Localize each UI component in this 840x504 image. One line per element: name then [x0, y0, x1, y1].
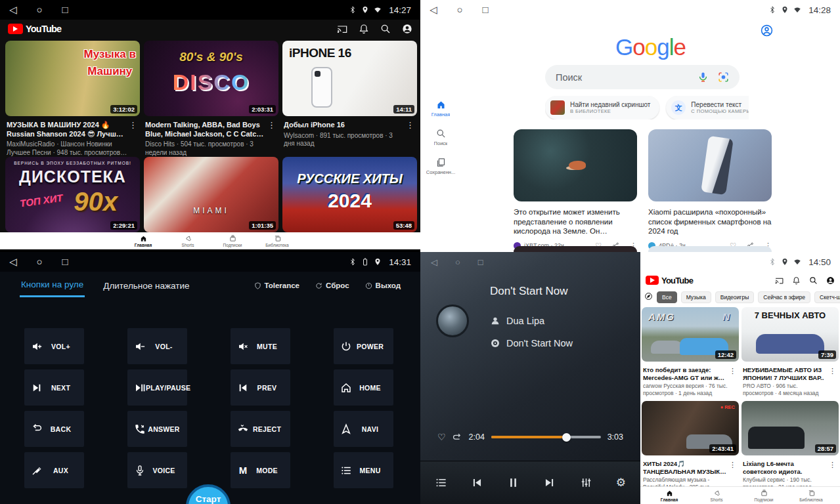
video-card[interactable]: 80's & 90's DISCO 2:03:31 Modern Talking… [144, 41, 278, 157]
search-icon[interactable] [380, 24, 391, 34]
exit-button[interactable]: Выход [365, 282, 401, 289]
android-recents-button[interactable]: □ [478, 257, 483, 267]
rail-search[interactable]: Поиск [420, 129, 461, 146]
button-vol-plus[interactable]: VOL+ [24, 328, 84, 364]
notifications-icon[interactable] [359, 24, 369, 34]
settings-gear-icon[interactable]: ⚙ [616, 476, 626, 490]
cast-icon[interactable] [337, 24, 347, 34]
chip-translate[interactable]: 文 Перевести текстС ПОМОЩЬЮ КАМЕРЫ [666, 96, 749, 119]
explore-icon[interactable] [644, 291, 653, 303]
more-icon[interactable]: ⋮ [828, 366, 837, 396]
nav-home[interactable]: Главная [127, 235, 159, 247]
video-thumbnail[interactable]: 80's & 90's DISCO 2:03:31 [144, 41, 278, 116]
nav-shorts[interactable]: Shorts [172, 235, 204, 247]
nav-subscriptions[interactable]: Подписки [748, 490, 780, 502]
button-navi[interactable]: NAVI [334, 411, 393, 447]
repeat-icon[interactable] [453, 432, 462, 442]
android-back-button[interactable]: ◁ [430, 4, 437, 16]
video-card[interactable]: REC 2:43:41 ХИТЫ 2024🎵 ТАНЦЕВАЛЬНАЯ МУЗЫ… [642, 401, 739, 490]
chip-music[interactable]: Музыка [681, 291, 711, 303]
button-prev[interactable]: PREV [231, 369, 290, 406]
button-mode[interactable]: M MODE [231, 452, 290, 488]
android-recents-button[interactable]: □ [62, 4, 68, 16]
search-icon[interactable] [809, 276, 818, 285]
button-vol-minus[interactable]: VOL- [127, 328, 187, 364]
video-thumbnail[interactable]: 28:57 [741, 401, 839, 455]
button-mute[interactable]: MUTE [231, 328, 290, 364]
next-icon[interactable] [543, 476, 556, 489]
chip-sketch[interactable]: Скетч-шоу [814, 291, 840, 303]
android-home-button[interactable]: ○ [37, 4, 43, 16]
android-back-button[interactable]: ◁ [9, 256, 17, 268]
video-card[interactable]: Музыка вМашину 3:12:02 МУЗЫКА В МАШИНУ 2… [5, 41, 140, 157]
more-icon[interactable]: ⋮ [728, 366, 738, 396]
chip-all[interactable]: Все [657, 291, 677, 303]
reset-button[interactable]: Сброс [315, 282, 349, 289]
account-avatar-icon[interactable] [402, 24, 412, 34]
video-thumbnail[interactable]: ВЕРНИСЬ В ЭПОХУ БЕЗЗАБОТНЫХ РИТМОВ! ДИСК… [5, 157, 140, 232]
seek-bar[interactable] [491, 436, 601, 438]
android-recents-button[interactable]: □ [62, 256, 68, 268]
queue-icon[interactable] [435, 476, 447, 489]
album-art[interactable] [436, 304, 469, 337]
video-card[interactable]: 28:57 Lixiang L6-мечта советского идиота… [741, 401, 839, 490]
button-voice[interactable]: VOICE [127, 452, 187, 488]
notifications-icon[interactable] [792, 276, 801, 285]
chip-live[interactable]: Сейчас в эфире [758, 291, 810, 303]
video-card[interactable]: AMG N 12:42 Кто победит в заезде: Merced… [642, 307, 739, 396]
video-card[interactable]: iPHONE 16 14:11 Добыл iPhone 16 Wylsacom… [282, 41, 417, 157]
news-card[interactable]: Это открытие может изменить представлени… [514, 129, 637, 250]
nav-home[interactable]: Главная [653, 490, 685, 502]
android-home-button[interactable]: ○ [457, 4, 463, 16]
button-power[interactable]: POWER [334, 328, 393, 364]
video-thumbnail[interactable]: 7 ВЕЧНЫХ АВТО 7:39 [741, 307, 839, 362]
more-icon[interactable]: ⋮ [266, 121, 277, 157]
google-lens-icon[interactable] [718, 72, 729, 83]
chip-find-screenshot[interactable]: Найти недавний скриншотВ БИБЛИОТЕКЕ [545, 96, 659, 119]
nav-library[interactable]: Библиотека [795, 490, 827, 502]
nav-shorts[interactable]: Shorts [701, 490, 732, 502]
android-home-button[interactable]: ○ [37, 256, 43, 268]
favorite-icon[interactable]: ♡ [437, 432, 446, 442]
video-thumbnail[interactable]: iPHONE 16 14:11 [282, 41, 417, 116]
video-thumbnail[interactable]: Музыка вМашину 3:12:02 [5, 41, 140, 116]
seek-thumb[interactable] [562, 433, 571, 442]
tolerance-button[interactable]: Tolerance [254, 282, 299, 289]
youtube-logo[interactable]: YouTube [646, 276, 693, 285]
chip-gaming[interactable]: Видеоигры [715, 291, 755, 303]
tab-steering-buttons[interactable]: Кнопки на руле [20, 274, 85, 297]
video-thumbnail[interactable]: РУССКИЕ ХИТЫ 2024 53:48 [282, 157, 417, 232]
search-input[interactable]: Поиск [545, 65, 740, 89]
youtube-logo[interactable]: YouTube [8, 24, 61, 34]
previous-icon[interactable] [471, 476, 483, 489]
cast-icon[interactable] [775, 276, 784, 285]
more-icon[interactable]: ⋮ [405, 121, 416, 148]
button-home[interactable]: HOME [334, 369, 393, 406]
equalizer-icon[interactable] [580, 476, 592, 489]
video-thumbnail[interactable]: AMG N 12:42 [642, 307, 739, 362]
news-card[interactable]: Xiaomi расширила «похоронный» список фир… [648, 129, 772, 250]
pause-icon[interactable] [507, 476, 519, 489]
video-thumbnail[interactable]: REC 2:43:41 [642, 401, 739, 455]
android-recents-button[interactable]: □ [483, 4, 489, 16]
button-next[interactable]: NEXT [24, 369, 84, 406]
android-home-button[interactable]: ○ [455, 257, 460, 267]
microphone-icon[interactable] [697, 72, 709, 83]
account-avatar-icon[interactable] [826, 276, 835, 285]
video-thumbnail[interactable]: MIAMI 1:01:35 [144, 157, 278, 232]
android-back-button[interactable]: ◁ [9, 4, 17, 16]
tab-long-press[interactable]: Длительное нажатие [102, 275, 190, 297]
button-aux[interactable]: AUX [24, 452, 84, 488]
more-icon[interactable]: ⋮ [127, 121, 139, 157]
android-back-button[interactable]: ◁ [431, 257, 437, 267]
button-reject[interactable]: REJECT [231, 411, 290, 447]
rail-home[interactable]: Главная [420, 100, 461, 117]
rail-saved[interactable]: Сохраненн... [420, 158, 461, 175]
button-play-pause[interactable]: PLAY/PAUSE [127, 369, 187, 406]
nav-subscriptions[interactable]: Подписки [217, 235, 248, 247]
nav-library[interactable]: Библиотека [261, 235, 293, 247]
button-answer[interactable]: ANSWER [127, 411, 187, 447]
button-back[interactable]: BACK [24, 411, 84, 447]
button-menu[interactable]: MENU [334, 452, 393, 488]
video-card[interactable]: 7 ВЕЧНЫХ АВТО 7:39 НЕУБИВАЕМЫЕ АВТО ИЗ Я… [741, 307, 839, 396]
